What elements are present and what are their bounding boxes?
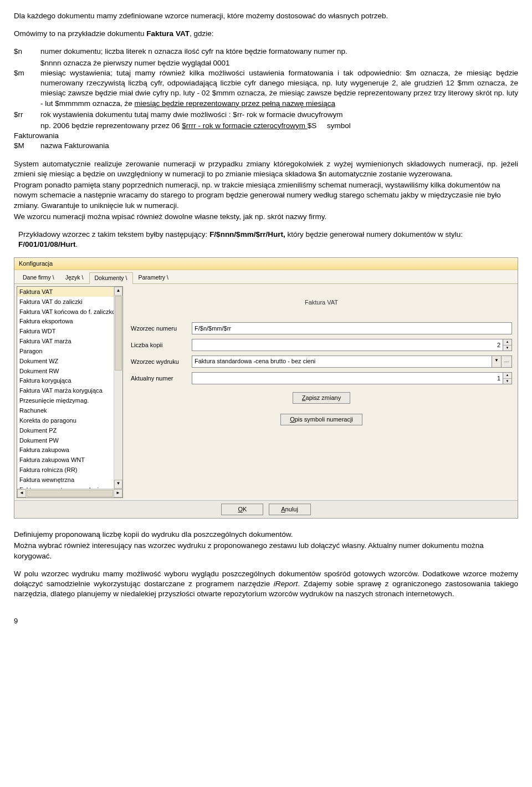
scroll-down-icon[interactable]: ▼ xyxy=(114,480,122,489)
list-item[interactable]: Dokument WZ xyxy=(17,356,122,366)
list-scrollbar-v[interactable]: ▲ ▼ xyxy=(114,287,122,489)
list-item[interactable]: Dokument PZ xyxy=(17,425,122,435)
list-scrollbar-h[interactable]: ◄ ► xyxy=(17,489,122,497)
def-val-m: miesiąc wystawienia; tutaj mamy również … xyxy=(40,68,518,109)
intro-2b: Faktura VAT xyxy=(146,29,190,38)
def-val-n: numer dokumentu; liczba literek n oznacz… xyxy=(40,47,518,57)
document-listbox[interactable]: Faktura VATFaktura VAT do zaliczkiFaktur… xyxy=(17,286,123,498)
list-item[interactable]: Dokument PW xyxy=(17,435,122,445)
list-item[interactable]: Faktura zakupowa xyxy=(17,445,122,455)
ok-button[interactable]: OK xyxy=(221,504,263,515)
list-item[interactable]: Faktura VAT marża korygująca xyxy=(17,386,122,396)
spinner-liczba-kopii[interactable]: ▲ ▼ xyxy=(503,339,512,351)
zapisz-zmiany-button[interactable]: Zapisz zmiany xyxy=(293,392,350,404)
list-item[interactable]: Paragon xyxy=(17,346,122,356)
list-item[interactable]: Faktura VAT do zaliczki xyxy=(17,297,122,307)
example-text: Przykładowy wzorzec z takim tekstem byłb… xyxy=(18,230,518,250)
def-rr2b: $S symbol xyxy=(308,121,351,130)
scroll-thumb-h[interactable] xyxy=(27,490,113,497)
anuluj-button[interactable]: Anuluj xyxy=(269,504,311,515)
def-val-rr2: np. 2006 będzie reprezentowany przez 06 … xyxy=(40,121,518,131)
list-item[interactable]: Faktura WDT xyxy=(17,327,122,337)
ex-d: F/001/01/08/Hurt xyxy=(18,240,76,248)
list-item[interactable]: Dokument RW xyxy=(17,366,122,376)
list-item[interactable]: Faktura wewnętrzna - wydania xyxy=(17,485,122,489)
tab-język[interactable]: Język\ xyxy=(60,272,90,283)
tab-row: Dane firmy\Język\Dokumenty\Parametry\ xyxy=(14,270,518,284)
list-item[interactable]: Faktura wewnętrzna xyxy=(17,475,122,485)
def-val-n2: $nnnn oznacza że pierwszy numer będzie w… xyxy=(40,58,518,68)
window-title: Konfiguracja xyxy=(14,258,518,270)
scroll-up-icon[interactable]: ▲ xyxy=(114,287,122,296)
def-val-M: nazwa Fakturowania xyxy=(40,141,518,151)
label-wzorzec-wydruku: Wzorzec wydruku xyxy=(131,358,192,366)
list-item[interactable]: Faktura eksportowa xyxy=(17,317,122,327)
list-item[interactable]: Faktura VAT xyxy=(17,287,122,297)
intro-line-2: Omówimy to na przykładzie dokumentu Fakt… xyxy=(14,29,518,39)
list-item[interactable]: Faktura rolnicza (RR) xyxy=(17,465,122,475)
tab-dokumenty[interactable]: Dokumenty\ xyxy=(89,272,133,284)
ex-e: . xyxy=(76,240,78,248)
def-val-rr: rok wystawienia dokumentu tutaj mamy dwi… xyxy=(40,110,518,120)
scroll-thumb-v[interactable] xyxy=(115,296,122,370)
list-item[interactable]: Faktura VAT końcowa do f. zaliczko xyxy=(17,307,122,317)
form-title: Faktura VAT xyxy=(131,288,512,322)
input-aktualny-numer[interactable] xyxy=(192,372,503,384)
input-wzorzec-numeru[interactable] xyxy=(192,322,512,334)
paragraph-system: System automatycznie realizuje zerowanie… xyxy=(14,159,518,179)
scroll-left-icon[interactable]: ◄ xyxy=(17,489,26,497)
select-wzorzec-wydruku[interactable]: Faktura standardowa -cena brutto - bez c… xyxy=(192,356,492,368)
input-liczba-kopii[interactable] xyxy=(192,339,503,351)
def-key-M: $M xyxy=(14,141,40,151)
spinner-aktualny-numer[interactable]: ▲ ▼ xyxy=(503,372,512,384)
spin-up-icon[interactable]: ▲ xyxy=(503,339,511,346)
dropdown-icon[interactable]: ▼ xyxy=(492,356,502,368)
def-key-m: $m xyxy=(14,68,40,109)
paragraph-mozna-wybrac: Można wybrać również interesujący nas wz… xyxy=(14,541,518,561)
def-rr2u: $rrrr - rok w formacie czterocyfrowym xyxy=(182,121,308,130)
def-key-rr: $rr xyxy=(14,110,40,120)
paragraph-wzorzec-wydruku: W polu wzorzec wydruku mamy możliwość wy… xyxy=(14,569,518,600)
intro-line-1: Dla każdego dokumentu mamy zdefiniowane … xyxy=(14,11,518,21)
paragraph-program: Program ponadto pamięta stany poprzednic… xyxy=(14,180,518,211)
browse-button[interactable]: … xyxy=(502,356,512,368)
intro-2a: Omówimy to na przykładzie dokumentu xyxy=(14,29,146,38)
label-aktualny-numer: Aktualny numer xyxy=(131,374,192,383)
page-number: 9 xyxy=(14,616,518,626)
def-fakturowania: Fakturowania xyxy=(14,131,518,141)
list-item[interactable]: Faktura korygująca xyxy=(17,376,122,386)
label-wzorzec-numeru: Wzorzec numeru xyxy=(131,324,192,333)
list-item[interactable]: Korekta do paragonu xyxy=(17,415,122,425)
p3i: iReport xyxy=(274,580,298,588)
definitions-block: $n numer dokumentu; liczba literek n ozn… xyxy=(14,47,518,151)
list-item[interactable]: Rachunek xyxy=(17,406,122,416)
ex-c: który będzie generował numery dokumentów… xyxy=(285,230,463,238)
tab-parametry[interactable]: Parametry\ xyxy=(133,272,174,283)
def-key-n: $n xyxy=(14,47,40,57)
config-window: Konfiguracja Dane firmy\Język\Dokumenty\… xyxy=(14,257,518,519)
tab-dane-firmy[interactable]: Dane firmy\ xyxy=(18,272,60,283)
def-val-m-underline: miesiąc będzie reprezentowany przez pełn… xyxy=(135,99,335,108)
ex-b: F/$nnn/$mm/$rr/Hurt, xyxy=(209,230,285,238)
paragraph-wzorzec: We wzorcu numeracji można wpisać również… xyxy=(14,212,518,222)
spin-up-icon[interactable]: ▲ xyxy=(503,373,511,379)
spin-down-icon[interactable]: ▼ xyxy=(503,379,511,384)
list-item[interactable]: Faktura VAT marża xyxy=(17,337,122,347)
ex-a: Przykładowy wzorzec z takim tekstem byłb… xyxy=(18,230,209,238)
def-rr2a: np. 2006 będzie reprezentowany przez 06 xyxy=(40,121,182,130)
opis-symboli-button[interactable]: Opis symboli numeracji xyxy=(280,414,362,425)
scroll-right-icon[interactable]: ► xyxy=(114,489,122,497)
window-footer: OK Anuluj xyxy=(14,500,518,518)
label-liczba-kopii: Liczba kopii xyxy=(131,341,192,349)
form-area: Faktura VAT Wzorzec numeru Liczba kopii … xyxy=(125,284,518,500)
intro-2c: , gdzie: xyxy=(190,29,214,38)
list-item[interactable]: Faktura zakupowa WNT xyxy=(17,455,122,465)
spin-down-icon[interactable]: ▼ xyxy=(503,346,511,351)
paragraph-definiujemy: Definiujemy proponowaną liczbę kopii do … xyxy=(14,530,518,540)
list-item[interactable]: Przesunięcie międzymag. xyxy=(17,396,122,406)
